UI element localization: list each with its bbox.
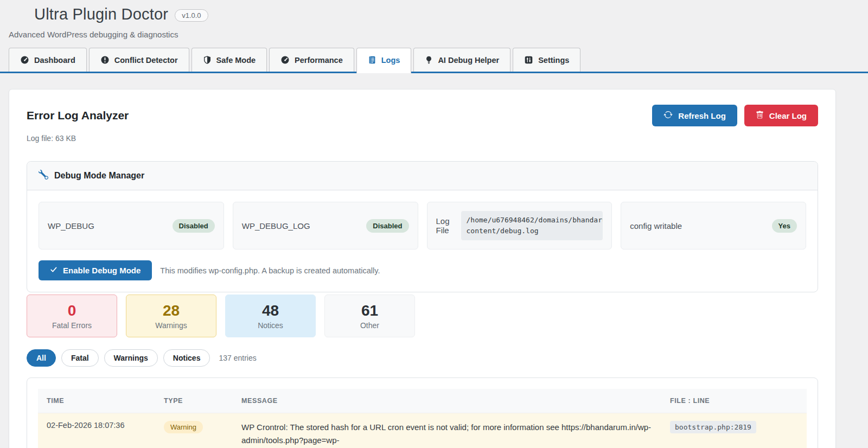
stat-value: 28	[132, 302, 210, 319]
log-file-line: bootstrap.php:2819	[670, 421, 756, 433]
status-badge: Disabled	[366, 219, 409, 233]
gauge-icon	[20, 55, 29, 65]
tab-label: Conflict Detector	[114, 56, 178, 65]
column-header-message: MESSAGE	[233, 389, 661, 413]
journal-icon	[368, 55, 376, 65]
debug-item-label: WP_DEBUG_LOG	[242, 221, 310, 231]
filter-pill-notices[interactable]: Notices	[163, 349, 210, 367]
tab-label: Safe Mode	[216, 56, 256, 65]
gauge-icon	[280, 55, 290, 65]
status-badge: Disabled	[173, 219, 215, 233]
tab-label: Performance	[295, 56, 343, 65]
debug-item-wp-debug-log: WP_DEBUG_LOGDisabled	[233, 202, 418, 249]
enable-debug-label: Enable Debug Mode	[63, 266, 141, 275]
section-title: Error Log Analyzer	[27, 109, 129, 122]
stat-value: 61	[330, 302, 409, 319]
log-table: TIMETYPEMESSAGEFILE : LINE 02-Feb-2026 1…	[38, 389, 807, 448]
tab-settings[interactable]: Settings	[513, 48, 580, 72]
sliders-icon	[524, 55, 533, 65]
tab-safe-mode[interactable]: Safe Mode	[192, 48, 267, 72]
page: Ultra Plugin Doctor v1.0.0 Advanced Word…	[0, 0, 868, 448]
entries-count: 137 entries	[219, 354, 256, 362]
trash-icon	[756, 111, 764, 121]
stat-value: 48	[231, 302, 310, 319]
debug-item-wp-debug: WP_DEBUGDisabled	[39, 202, 224, 249]
tab-label: AI Debug Helper	[438, 56, 499, 65]
debug-item-label: WP_DEBUG	[48, 221, 94, 231]
alert-circle-icon	[100, 55, 110, 65]
refresh-log-label: Refresh Log	[678, 111, 726, 120]
log-actions: Refresh Log Clear Log	[652, 105, 818, 126]
column-header-type: TYPE	[155, 389, 233, 413]
debug-item-config-writable: config writableYes	[621, 202, 806, 249]
debug-item-label: config writable	[630, 221, 682, 231]
page-title: Ultra Plugin Doctor	[34, 5, 168, 23]
debug-item-label: Log File	[436, 216, 457, 235]
filter-pill-fatal[interactable]: Fatal	[61, 349, 99, 367]
tab-logs[interactable]: Logs	[356, 48, 412, 73]
column-header-time: TIME	[38, 389, 155, 413]
debug-note: This modifies wp-config.php. A backup is…	[160, 266, 380, 275]
tab-conflict-detector[interactable]: Conflict Detector	[89, 48, 189, 72]
filter-bar: AllFatalWarningsNotices137 entries	[27, 349, 818, 367]
clear-log-label: Clear Log	[769, 111, 807, 120]
log-table-card: TIMETYPEMESSAGEFILE : LINE 02-Feb-2026 1…	[27, 377, 818, 448]
debug-manager-title: Debug Mode Manager	[54, 171, 144, 181]
wrench-icon	[39, 170, 48, 182]
stat-label: Other	[330, 321, 409, 330]
tab-bar: DashboardConflict DetectorSafe ModePerfo…	[0, 48, 868, 73]
stat-value: 0	[33, 302, 111, 319]
check-icon	[50, 266, 58, 275]
tab-label: Settings	[538, 56, 569, 65]
lightbulb-icon	[425, 55, 433, 65]
tab-ai-debug-helper[interactable]: AI Debug Helper	[413, 48, 510, 72]
debug-mode-manager: Debug Mode Manager WP_DEBUGDisabledWP_DE…	[27, 161, 818, 292]
log-type-badge: Warning	[164, 421, 203, 433]
column-header-file-line: FILE : LINE	[661, 389, 807, 413]
plugin-header: Ultra Plugin Doctor v1.0.0 Advanced Word…	[0, 0, 868, 39]
debug-status-cards: WP_DEBUGDisabledWP_DEBUG_LOGDisabledLog …	[39, 202, 806, 249]
stat-cards: 0Fatal Errors28Warnings48Notices61Other	[27, 295, 818, 337]
log-file-path: /home/u676948462/domains/bhandarum.in/pu…	[461, 211, 603, 240]
clear-log-button[interactable]: Clear Log	[744, 105, 818, 126]
status-badge: Yes	[772, 219, 797, 233]
filter-pill-warnings[interactable]: Warnings	[104, 349, 158, 367]
stat-card-fatal-errors: 0Fatal Errors	[27, 295, 117, 337]
refresh-log-button[interactable]: Refresh Log	[652, 105, 737, 126]
stat-label: Warnings	[132, 321, 210, 330]
page-subtitle: Advanced WordPress debugging & diagnosti…	[9, 30, 859, 39]
log-row: 02-Feb-2026 18:07:36WarningWP Crontrol: …	[38, 413, 807, 448]
main-panel: Error Log Analyzer Refresh Log Clear Log…	[9, 89, 836, 448]
filter-pill-all[interactable]: All	[27, 349, 56, 367]
debug-item-log-file: Log File/home/u676948462/domains/bhandar…	[427, 202, 612, 249]
log-message: WP Crontrol: The stored hash for a URL c…	[233, 413, 661, 448]
log-file-size: Log file: 63 KB	[27, 134, 818, 143]
tab-label: Logs	[381, 56, 400, 65]
refresh-icon	[663, 110, 673, 121]
stat-label: Fatal Errors	[33, 321, 111, 330]
tab-label: Dashboard	[34, 56, 75, 65]
version-badge: v1.0.0	[175, 9, 208, 22]
tab-performance[interactable]: Performance	[269, 48, 354, 72]
stat-card-other: 61Other	[324, 295, 415, 337]
stat-card-warnings: 28Warnings	[126, 295, 216, 337]
log-time: 02-Feb-2026 18:07:36	[38, 413, 155, 448]
enable-debug-button[interactable]: Enable Debug Mode	[39, 260, 152, 280]
stat-card-notices: 48Notices	[225, 295, 316, 337]
tab-dashboard[interactable]: Dashboard	[9, 48, 87, 72]
shield-icon	[203, 55, 212, 65]
stat-label: Notices	[231, 321, 310, 330]
